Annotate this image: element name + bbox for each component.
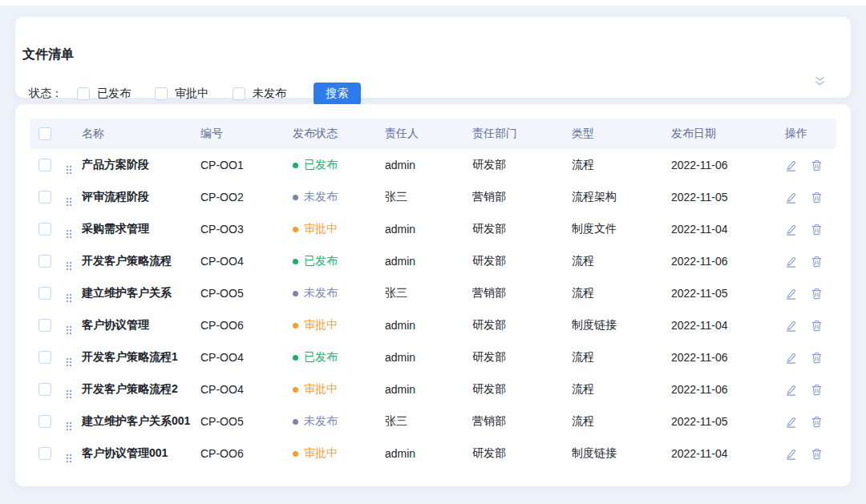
drag-handle-icon[interactable] (67, 198, 71, 206)
delete-icon[interactable] (811, 448, 823, 460)
row-operations (785, 159, 836, 171)
checkbox-label: 未发布 (253, 87, 286, 101)
publish-date: 2022-11-05 (671, 287, 785, 300)
edit-icon[interactable] (785, 256, 797, 268)
edit-icon[interactable] (785, 159, 797, 171)
status-dot-icon (293, 227, 298, 232)
table-row: 评审流程阶段 CP-OO2 未发布 张三 营销部 流程架构 2022-11-05 (30, 181, 836, 213)
file-name: 评审流程阶段 (82, 190, 200, 204)
filter-card: 文件清单 状态： 已发布 审批中 未发布 搜索 (15, 17, 851, 98)
delete-icon[interactable] (811, 256, 823, 268)
drag-handle-icon[interactable] (67, 358, 71, 366)
row-checkbox[interactable] (38, 351, 51, 364)
drag-handle-icon[interactable] (67, 454, 71, 462)
department: 研发部 (472, 318, 572, 333)
drag-handle-icon[interactable] (67, 422, 71, 430)
edit-icon[interactable] (785, 384, 797, 396)
drag-handle-icon[interactable] (67, 166, 71, 174)
row-checkbox[interactable] (38, 415, 51, 428)
column-header-type: 类型 (572, 127, 671, 141)
delete-icon[interactable] (811, 224, 823, 236)
drag-handle-icon[interactable] (67, 230, 71, 238)
checkbox-icon[interactable] (77, 87, 90, 100)
status-label: 未发布 (304, 190, 338, 204)
publish-status-badge: 审批中 (293, 446, 385, 461)
status-label: 已发布 (304, 158, 338, 172)
edit-icon[interactable] (785, 416, 797, 428)
drag-handle-icon[interactable] (67, 262, 71, 270)
delete-icon[interactable] (811, 384, 823, 396)
row-drag-cell (67, 446, 82, 462)
row-checkbox[interactable] (38, 255, 51, 268)
drag-handle-icon[interactable] (67, 326, 71, 334)
edit-icon[interactable] (785, 192, 797, 204)
row-operations (785, 192, 836, 204)
file-code: CP-OO6 (200, 319, 293, 332)
row-drag-cell (67, 381, 82, 398)
row-checkbox[interactable] (38, 191, 51, 204)
owner: admin (385, 447, 472, 460)
drag-handle-icon[interactable] (67, 294, 71, 302)
column-header-status: 发布状态 (293, 127, 385, 141)
file-type: 流程 (572, 158, 671, 172)
publish-date: 2022-11-06 (671, 383, 785, 396)
edit-icon[interactable] (785, 352, 797, 364)
owner: 张三 (385, 190, 472, 204)
filter-checkbox-unpublished[interactable]: 未发布 (233, 87, 286, 101)
file-name: 产品方案阶段 (82, 158, 200, 172)
row-checkbox[interactable] (38, 447, 51, 460)
owner: admin (385, 383, 472, 396)
status-label: 审批中 (304, 222, 338, 236)
delete-icon[interactable] (811, 416, 823, 428)
checkbox-label: 审批中 (175, 87, 208, 101)
edit-icon[interactable] (785, 224, 797, 236)
collapse-panel-button[interactable] (812, 74, 827, 88)
delete-icon[interactable] (811, 288, 823, 300)
search-button[interactable]: 搜索 (314, 83, 361, 105)
drag-handle-icon[interactable] (67, 390, 71, 398)
file-name: 开发客户策略流程 (82, 254, 200, 268)
delete-icon[interactable] (811, 192, 823, 204)
row-checkbox-cell (30, 287, 67, 300)
status-label: 审批中 (304, 318, 338, 333)
file-type: 流程 (572, 382, 671, 397)
status-label: 审批中 (304, 382, 338, 397)
table-row: 客户协议管理 CP-OO6 审批中 admin 研发部 制度链接 2022-11… (30, 309, 836, 341)
row-drag-cell (67, 221, 82, 238)
row-checkbox[interactable] (38, 223, 51, 236)
checkbox-icon[interactable] (155, 87, 168, 100)
publish-date: 2022-11-06 (671, 159, 785, 171)
filter-checkbox-approving[interactable]: 审批中 (155, 87, 208, 101)
top-strip (0, 0, 866, 6)
row-checkbox[interactable] (38, 159, 51, 171)
delete-icon[interactable] (811, 159, 823, 171)
column-header-department: 责任部门 (472, 127, 572, 141)
row-checkbox-cell (30, 447, 67, 460)
checkbox-icon[interactable] (233, 87, 245, 100)
file-name: 建立维护客户关系 (82, 286, 200, 300)
status-label: 审批中 (304, 446, 338, 461)
status-dot-icon (293, 291, 298, 296)
filter-checkbox-published[interactable]: 已发布 (77, 87, 131, 101)
edit-icon[interactable] (785, 320, 797, 332)
status-dot-icon (293, 195, 298, 200)
table-row: 建立维护客户关系001 CP-OO5 未发布 张三 营销部 流程 2022-11… (30, 405, 836, 437)
file-name: 采购需求管理 (82, 222, 200, 236)
table-header-row: 名称 编号 发布状态 责任人 责任部门 类型 发布日期 操作 (30, 119, 836, 149)
edit-icon[interactable] (785, 288, 797, 300)
row-checkbox[interactable] (38, 319, 51, 332)
row-checkbox-cell (30, 159, 67, 171)
delete-icon[interactable] (811, 320, 823, 332)
column-header-owner: 责任人 (385, 127, 472, 141)
file-name: 开发客户策略流程1 (82, 350, 200, 365)
delete-icon[interactable] (811, 352, 823, 364)
file-type: 制度链接 (572, 318, 671, 333)
row-checkbox[interactable] (38, 383, 51, 396)
select-all-checkbox[interactable] (38, 127, 51, 140)
row-checkbox[interactable] (38, 287, 51, 300)
edit-icon[interactable] (785, 448, 797, 460)
publish-status-badge: 审批中 (293, 318, 385, 333)
table-body: 产品方案阶段 CP-OO1 已发布 admin 研发部 流程 2022-11-0… (30, 149, 836, 470)
file-type: 流程 (572, 414, 671, 429)
owner: admin (385, 255, 472, 268)
